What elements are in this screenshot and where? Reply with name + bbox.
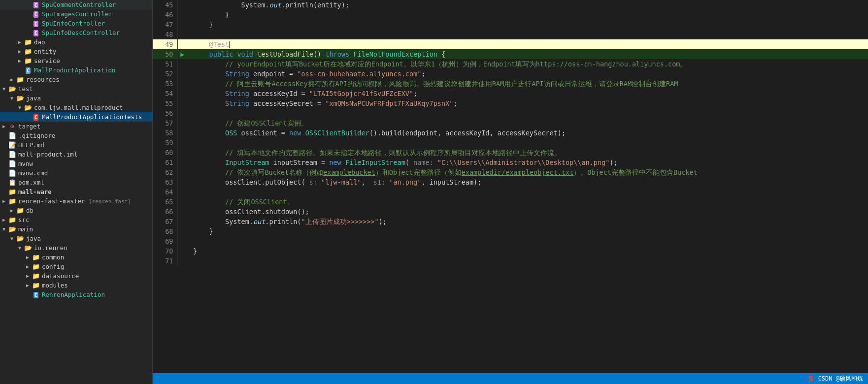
tree-arrow [24, 292, 32, 297]
line-code: // yourEndpoint填写Bucket所在地域对应的Endpoint。以… [187, 59, 868, 69]
class-icon: C [32, 10, 40, 18]
line-number: 54 [153, 89, 177, 98]
code-line-54: 54 String accessKeyId = "LTAI5tGopjcr41f… [153, 89, 868, 98]
tree-arrow: ▼ [0, 86, 8, 92]
line-number: 48 [153, 30, 177, 39]
sidebar-item-SpuImagesController[interactable]: C SpuImagesController [0, 9, 152, 19]
sidebar-item-src[interactable]: ▶ 📁 src [0, 215, 152, 224]
sidebar-item-renren-fast[interactable]: ▶ 📁 renren-fast-master [renren-fast] [0, 196, 152, 206]
sidebar-item-package[interactable]: ▼ 📂 com.ljw.mall.mallproduct [0, 103, 152, 112]
status-bar-label: CSDN @硕风和炼 [818, 375, 863, 383]
sidebar-label: datasource [42, 272, 79, 280]
folder-open-icon: 📂 [24, 244, 33, 252]
sidebar-item-SpuInfoDescController[interactable]: C SpuInfoDescController [0, 28, 152, 37]
sidebar-label: target [18, 123, 40, 130]
sidebar-label: resources [26, 76, 60, 83]
sidebar-item-java-main[interactable]: ▼ 📂 java [0, 234, 152, 243]
tree-arrow [0, 142, 8, 148]
status-bar-right: S CSDN @硕风和炼 [808, 374, 863, 384]
sidebar-item-main[interactable]: ▼ 📂 main [0, 224, 152, 234]
sidebar-item-resources[interactable]: ▶ 📁 resources [0, 75, 152, 84]
sidebar-item-datasource[interactable]: ▶ 📁 datasource [0, 271, 152, 281]
line-code: OSS ossClient = new OSSClientBuilder().b… [187, 128, 868, 138]
tree-arrow: ▶ [16, 49, 24, 54]
line-code: // 填写本地文件的完整路径。如果未指定本地路径，则默认从示例程序所属项目对应本… [187, 148, 868, 158]
tree-arrow [0, 180, 8, 185]
sidebar-item-MallProductApplicationTests[interactable]: C MallProductApplicationTests [0, 112, 152, 122]
sidebar-label: renren-fast-master [renren-fast] [18, 197, 131, 205]
tree-arrow [0, 161, 8, 166]
sidebar-label: SpuImagesController [42, 10, 112, 18]
code-line-60: 60 // 填写本地文件的完整路径。如果未指定本地路径，则默认从示例程序所属项目… [153, 148, 868, 158]
sidebar-item-common[interactable]: ▶ 📁 common [0, 253, 152, 262]
line-gutter [177, 256, 187, 266]
sidebar-item-io-renren[interactable]: ▼ 📂 io.renren [0, 243, 152, 253]
sidebar-item-mvnw-cmd[interactable]: 📄 mvnw.cmd [0, 168, 152, 178]
code-line-51: 51 // yourEndpoint填写Bucket所在地域对应的Endpoin… [153, 59, 868, 69]
sidebar-item-entity[interactable]: ▶ 📁 entity [0, 47, 152, 56]
code-line-49: 49 @Test [153, 39, 868, 49]
line-gutter [177, 167, 187, 177]
sidebar-item-java-test[interactable]: ▼ 📂 java [0, 94, 152, 103]
sidebar-item-HELP[interactable]: 📝 HELP.md [0, 140, 152, 150]
line-code: @Test [187, 39, 868, 49]
tree-arrow [0, 189, 8, 194]
line-gutter [177, 20, 187, 30]
sidebar-item-pom[interactable]: 📋 pom.xml [0, 178, 152, 187]
class-icon: C [24, 66, 33, 74]
code-line-69: 69 [153, 236, 868, 246]
sidebar-item-target[interactable]: ▶ ⊙ target [0, 122, 152, 131]
sidebar-item-MallProductApplication[interactable]: C MallProductApplication [0, 65, 152, 75]
folder-open-icon: 📂 [16, 235, 25, 242]
line-number: 63 [153, 177, 177, 187]
tree-arrow: ▼ [0, 226, 8, 232]
sidebar-item-service[interactable]: ▶ 📁 service [0, 56, 152, 65]
sidebar-item-SpuCommentController[interactable]: C SpuCommentController [0, 0, 152, 9]
sidebar-item-gitignore[interactable]: 📄 .gitignore [0, 131, 152, 140]
code-line-71: 71 [153, 256, 868, 266]
tree-arrow [24, 114, 32, 120]
line-gutter [177, 246, 187, 256]
sidebar-label: dao [34, 38, 45, 46]
sidebar-item-mall-ware[interactable]: 📁 mall-ware [0, 187, 152, 196]
line-code [187, 30, 868, 39]
sidebar-item-test[interactable]: ▼ 📂 test [0, 84, 152, 94]
line-gutter [177, 148, 187, 158]
sidebar-item-iml[interactable]: 📄 mall-product.iml [0, 150, 152, 159]
sidebar-label: mvnw.cmd [18, 169, 48, 177]
line-code: } [187, 226, 868, 236]
code-line-62: 62 // 依次填写Bucket名称（例如examplebucket）和Obje… [153, 167, 868, 177]
line-code: String accessKeyId = "LTAI5tGopjcr41fSvU… [187, 89, 868, 98]
line-number: 68 [153, 226, 177, 236]
sidebar-item-RenrenApplication[interactable]: C RenrenApplication [0, 290, 152, 299]
line-gutter [177, 89, 187, 98]
line-code: String accessKeySecret = "xmQMsNwPCUwFRF… [187, 98, 868, 108]
class-icon: C [32, 20, 40, 27]
sidebar-label: pom.xml [18, 179, 44, 186]
sidebar-item-mvnw[interactable]: 📄 mvnw [0, 159, 152, 168]
tree-arrow: ▶ [8, 208, 16, 213]
sidebar-item-modules[interactable]: ▶ 📁 modules [0, 281, 152, 290]
target-icon: ⊙ [8, 123, 17, 130]
sidebar-item-dao[interactable]: ▶ 📁 dao [0, 37, 152, 47]
code-editor[interactable]: 45 System.out.println(entity); 46 } 47 } [153, 0, 868, 384]
sidebar-label: com.ljw.mall.mallproduct [34, 104, 123, 111]
code-line-47: 47 } [153, 20, 868, 30]
sidebar-label: java [26, 235, 41, 242]
sidebar-label: MallProductApplicationTests [42, 113, 142, 121]
line-code [187, 108, 868, 118]
sidebar-label: test [18, 85, 33, 93]
sidebar-item-db[interactable]: ▶ 📁 db [0, 206, 152, 215]
line-gutter [177, 108, 187, 118]
code-line-53: 53 // 阿里云账号AccessKey拥有所有API的访问权限，风险很高。强烈… [153, 79, 868, 89]
code-line-67: 67 System.out.println("上传图片成功>>>>>>>"); [153, 217, 868, 226]
sidebar-item-config[interactable]: ▶ 📁 config [0, 262, 152, 271]
sidebar-label: common [42, 254, 64, 261]
sidebar-item-SpuInfoController[interactable]: C SpuInfoController [0, 19, 152, 28]
line-gutter [177, 177, 187, 187]
folder-open-icon: 📂 [8, 85, 17, 93]
tree-arrow: ▼ [16, 245, 24, 251]
class-icon: C [32, 29, 40, 36]
sidebar-label: mvnw [18, 160, 33, 167]
tree-arrow [0, 133, 8, 138]
